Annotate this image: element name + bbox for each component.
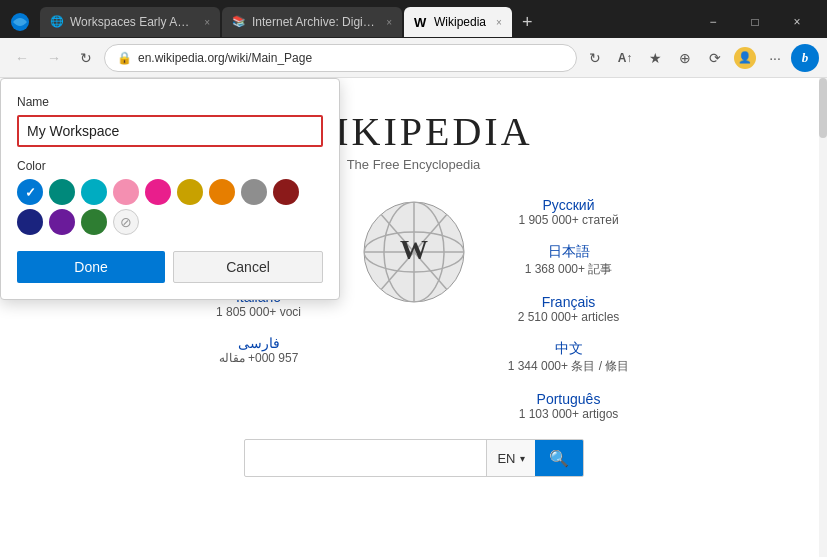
workspace-name-input[interactable] [17,115,323,147]
settings-icon[interactable]: ··· [761,44,789,72]
lang-chinese[interactable]: 中文 1 344 000+ 条目 / 條目 [489,340,649,375]
wiki-globe: W [359,197,469,307]
color-swatch-yellow[interactable] [177,179,203,205]
url-text: en.wikipedia.org/wiki/Main_Page [138,51,312,65]
color-swatch-red-dark[interactable] [273,179,299,205]
lang-russian[interactable]: Русский 1 905 000+ статей [489,197,649,227]
color-label: Color [17,159,323,173]
wiki-search-bar: EN ▾ 🔍 [244,439,584,477]
color-swatch-teal[interactable] [49,179,75,205]
new-tab-button[interactable]: + [514,8,541,37]
tab-archive[interactable]: 📚 Internet Archive: Digital Lib… × [222,7,402,37]
collections-icon[interactable]: ⊕ [671,44,699,72]
tab-favicon-wikipedia: W [414,15,428,29]
wiki-lang-selector[interactable]: EN ▾ [486,440,534,476]
cancel-button[interactable]: Cancel [173,251,323,283]
tab-wikipedia[interactable]: W Wikipedia × [404,7,512,37]
browser-window: 🌐 Workspaces Early Access × 📚 Internet A… [0,0,827,557]
lang-japanese[interactable]: 日本語 1 368 000+ 記事 [489,243,649,278]
url-bar[interactable]: 🔒 en.wikipedia.org/wiki/Main_Page [104,44,577,72]
refresh-button[interactable]: ↻ [72,44,100,72]
lang-farsi[interactable]: فارسی ‏957 000+ مقاله [179,335,339,365]
bing-icon[interactable]: b [791,44,819,72]
color-row-1 [17,179,323,205]
scrollbar[interactable] [819,78,827,557]
toolbar-icons: ↻ A↑ ★ ⊕ ⟳ 👤 ··· b [581,44,819,72]
tab-title-archive: Internet Archive: Digital Lib… [252,15,376,29]
svg-text:W: W [400,234,428,265]
color-swatch-cyan[interactable] [81,179,107,205]
wiki-search-button[interactable]: 🔍 [535,440,583,476]
wiki-globe-center: W [359,197,469,421]
lang-french[interactable]: Français 2 510 000+ articles [489,294,649,324]
color-grid: ⊘ [17,179,323,235]
done-button[interactable]: Done [17,251,165,283]
wiki-search-input[interactable] [245,442,487,474]
color-swatch-blue[interactable] [17,179,43,205]
favorites-icon[interactable]: ★ [641,44,669,72]
color-swatch-orange[interactable] [209,179,235,205]
refresh-page-icon[interactable]: ↻ [581,44,609,72]
scrollbar-thumb[interactable] [819,78,827,138]
tab-close-workspaces[interactable]: × [204,17,210,28]
browser-logo [6,8,34,36]
workspace-modal: Name Color [0,78,340,300]
color-swatch-green-dark[interactable] [81,209,107,235]
wiki-lang-right: Русский 1 905 000+ статей 日本語 1 368 000+… [489,197,649,421]
name-label: Name [17,95,323,109]
history-icon[interactable]: ⟳ [701,44,729,72]
close-button[interactable]: × [777,7,817,37]
tab-favicon-workspaces: 🌐 [50,15,64,29]
color-swatch-none[interactable]: ⊘ [113,209,139,235]
tab-title-wikipedia: Wikipedia [434,15,486,29]
read-aloud-icon[interactable]: A↑ [611,44,639,72]
tab-title-workspaces: Workspaces Early Access [70,15,194,29]
back-button[interactable]: ← [8,44,36,72]
color-swatch-pink-light[interactable] [113,179,139,205]
color-swatch-purple[interactable] [49,209,75,235]
color-swatch-pink[interactable] [145,179,171,205]
tab-close-archive[interactable]: × [386,17,392,28]
color-swatch-gray[interactable] [241,179,267,205]
color-section: Color [17,159,323,235]
window-controls: − □ × [693,7,821,37]
tab-favicon-archive: 📚 [232,15,246,29]
profile-icon[interactable]: 👤 [731,44,759,72]
tab-workspaces[interactable]: 🌐 Workspaces Early Access × [40,7,220,37]
address-bar: ← → ↻ 🔒 en.wikipedia.org/wiki/Main_Page … [0,38,827,78]
forward-button[interactable]: → [40,44,68,72]
tab-close-wikipedia[interactable]: × [496,17,502,28]
color-row-2: ⊘ [17,209,323,235]
page-content: WIKIPEDIA The Free Encyclopedia Español … [0,78,827,557]
maximize-button[interactable]: □ [735,7,775,37]
tab-bar: 🌐 Workspaces Early Access × 📚 Internet A… [0,0,827,38]
minimize-button[interactable]: − [693,7,733,37]
lang-portuguese[interactable]: Português 1 103 000+ artigos [489,391,649,421]
modal-buttons: Done Cancel [17,251,323,283]
color-swatch-navy[interactable] [17,209,43,235]
